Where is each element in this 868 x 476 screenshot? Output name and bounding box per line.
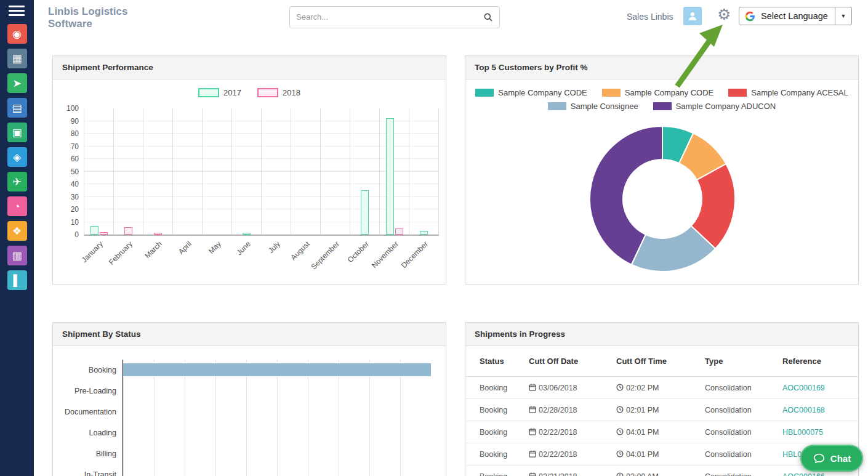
hamburger-menu-icon[interactable]	[0, 0, 34, 16]
performance-plot	[84, 108, 439, 236]
legend-label: Sample Consignee	[571, 102, 638, 111]
chat-label: Chat	[830, 453, 851, 464]
table-row[interactable]: Booking03/06/201802:02 PMConsolidationAO…	[465, 377, 858, 399]
bar-group-January	[84, 108, 114, 235]
modules-icon: ❖	[12, 226, 22, 236]
legend-swatch	[257, 88, 278, 97]
panel-top-customers: Top 5 Customers by Profit % Sample Compa…	[465, 55, 859, 284]
user-name[interactable]: Sales Linbis	[627, 12, 673, 22]
bar-2018-January[interactable]	[100, 232, 108, 235]
sidebar-item-dashboard[interactable]: ◉	[7, 24, 27, 44]
sidebar-item-quotes[interactable]: ➤	[7, 73, 27, 93]
legend-item[interactable]: Sample Company ADUCON	[653, 102, 776, 111]
legend-item[interactable]: Sample Company ACESAL	[728, 88, 848, 97]
shipments-table: StatusCutt Off DateCutt Off TimeTypeRefe…	[465, 345, 858, 476]
column-header[interactable]: Cutt Off Date	[529, 357, 616, 366]
legend-item-2018[interactable]: 2018	[257, 88, 300, 97]
bar-2018-November[interactable]	[395, 228, 403, 235]
calendar-icon	[529, 384, 536, 391]
topbar: Linbis Logistics Software Sales Linbis ⚙…	[34, 0, 868, 36]
calendar-icon	[529, 428, 536, 435]
status-labels: BookingPre-LoadingDocumentationLoadingBi…	[53, 360, 122, 476]
status-bar-row	[123, 381, 431, 401]
sidebar-item-pickup[interactable]: ▣	[7, 123, 27, 142]
legend-item[interactable]: Sample Consignee	[548, 102, 638, 111]
bar-group-June	[232, 108, 262, 235]
cell-type: Consolidation	[705, 384, 782, 392]
bar-2017-October[interactable]	[361, 190, 369, 235]
user-avatar[interactable]	[683, 7, 702, 25]
bar-group-May	[203, 108, 232, 235]
bar-2017-December[interactable]	[420, 231, 428, 235]
legend-item[interactable]: Sample Company CODE	[475, 88, 587, 97]
bar-2017-June[interactable]	[243, 233, 251, 235]
cell-reference-link[interactable]: AOC000168	[782, 406, 858, 414]
legend-swatch	[653, 102, 672, 110]
table-row[interactable]: Booking02/28/201802:01 PMConsolidationAO…	[465, 399, 858, 421]
cell-status: Booking	[480, 472, 529, 476]
cell-reference-link[interactable]: AOC000166	[782, 472, 858, 476]
cell-reference-link[interactable]: HBL000075	[782, 428, 858, 437]
legend-swatch	[728, 89, 747, 97]
y-axis-tick: 70	[53, 142, 79, 151]
language-selector[interactable]: Select Language ▼	[739, 7, 852, 25]
customers-legend: Sample Company CODESample Company CODESa…	[465, 88, 858, 111]
legend-item-2017[interactable]: 2017	[198, 88, 241, 97]
cell-status: Booking	[480, 450, 529, 459]
dropdown-arrow-icon[interactable]: ▼	[835, 7, 851, 25]
cell-status: Booking	[480, 428, 529, 437]
sidebar-item-accounting[interactable]: ▥	[7, 246, 27, 265]
sidebar-nav: ◉▦➤▤▣◈✈◔❖▥▌	[0, 24, 34, 290]
sidebar: ◉▦➤▤▣◈✈◔❖▥▌	[0, 0, 34, 476]
sidebar-item-analytics[interactable]: ▌	[7, 270, 27, 290]
cell-cutoff-time: 04:01 PM	[616, 428, 705, 437]
panel-title: Shipment By Status	[53, 323, 446, 346]
y-axis-tick: 60	[53, 155, 79, 163]
clock-icon	[616, 384, 624, 391]
cell-status: Booking	[480, 384, 529, 392]
column-header[interactable]: Reference	[782, 357, 858, 366]
calendar-icon	[529, 406, 536, 413]
table-row[interactable]: Booking02/22/201804:01 PMConsolidationHB…	[465, 421, 858, 443]
air-freight-icon: ✈	[12, 177, 21, 187]
cell-cutoff-date: 03/06/2018	[529, 384, 616, 392]
legend-item[interactable]: Sample Company CODE	[602, 88, 714, 97]
table-row[interactable]: Booking02/21/201802:00 AMConsolidationAO…	[465, 466, 858, 476]
legend-swatch	[548, 102, 566, 110]
table-body: Booking03/06/201802:02 PMConsolidationAO…	[465, 377, 858, 476]
clock-icon	[616, 428, 624, 435]
bar-group-October	[350, 108, 380, 235]
sidebar-item-reports[interactable]: ◔	[7, 196, 27, 216]
legend-label: Sample Company ADUCON	[676, 102, 776, 111]
search-input[interactable]	[291, 7, 483, 26]
cell-cutoff-time: 02:02 PM	[616, 384, 705, 392]
chat-bubble-icon	[813, 452, 826, 465]
legend-label: Sample Company CODE	[625, 88, 714, 97]
sidebar-item-warehouse[interactable]: ◈	[7, 147, 27, 167]
column-header[interactable]: Type	[705, 357, 782, 366]
cell-cutoff-date: 02/21/2018	[529, 472, 616, 476]
bar-group-August	[291, 108, 321, 235]
companies-icon: ▦	[12, 54, 22, 64]
bar-2018-March[interactable]	[154, 233, 162, 235]
sidebar-item-shipments[interactable]: ▤	[7, 98, 27, 118]
status-bar-Booking[interactable]	[123, 363, 431, 376]
status-category-label: Booking	[53, 360, 122, 381]
search-icon[interactable]	[483, 12, 493, 22]
column-header[interactable]: Status	[480, 357, 529, 366]
chat-button[interactable]: Chat	[800, 445, 863, 472]
cell-reference-link[interactable]: AOC000169	[782, 384, 858, 392]
bar-2017-January[interactable]	[90, 226, 98, 235]
sidebar-item-modules[interactable]: ❖	[7, 221, 27, 241]
y-axis-tick: 90	[53, 117, 79, 126]
panel-title: Shipments in Progress	[465, 323, 858, 346]
cell-cutoff-time: 04:01 PM	[616, 450, 705, 459]
y-axis-tick: 80	[53, 129, 79, 138]
column-header[interactable]: Cutt Off Time	[616, 357, 705, 366]
sidebar-item-companies[interactable]: ▦	[7, 49, 27, 68]
bar-2018-February[interactable]	[124, 227, 132, 235]
sidebar-item-air-freight[interactable]: ✈	[7, 172, 27, 192]
table-row[interactable]: Booking02/22/201804:01 PMConsolidationHB…	[465, 443, 858, 466]
settings-gear-icon[interactable]: ⚙	[717, 6, 731, 23]
bar-2017-November[interactable]	[386, 118, 394, 235]
